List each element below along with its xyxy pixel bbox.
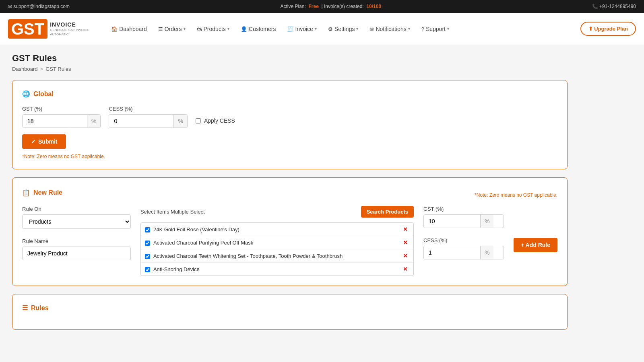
nav-dashboard[interactable]: Dashboard	[106, 23, 152, 35]
product-name-4: Anti-Snoring Device	[153, 266, 200, 272]
gst-input[interactable]	[23, 115, 87, 128]
rule-name-subgroup: Rule Name	[22, 238, 131, 260]
cess-input[interactable]	[109, 115, 173, 128]
new-rule-header: New Rule *Note: Zero means no GST applic…	[22, 187, 557, 198]
apply-cess-checkbox[interactable]	[196, 118, 201, 123]
product-item-4: Anti-Snoring Device ✕	[141, 263, 413, 276]
select-items-group: Select Items Multiple Select Search Prod…	[140, 206, 414, 276]
rule-name-input[interactable]	[22, 247, 131, 260]
rule-on-label: Rule On	[22, 206, 131, 212]
upgrade-plan-button[interactable]: ⬆ Upgrade Plan	[580, 22, 636, 36]
new-rule-cess-percent-icon: %	[480, 246, 493, 259]
rules-card-title: Rules	[22, 304, 557, 312]
phone-number: +91-1244895490	[592, 4, 636, 9]
new-rule-cess-label: CESS (%)	[423, 237, 447, 243]
remove-product-3[interactable]: ✕	[401, 253, 409, 259]
nav-notifications[interactable]: Notifications ▾	[365, 23, 415, 35]
gst-input-wrapper: %	[22, 114, 101, 128]
submit-button[interactable]: ✓ Submit	[22, 134, 66, 149]
rule-on-select[interactable]: Products Customers Category	[22, 214, 131, 229]
rule-name-label: Rule Name	[22, 238, 48, 244]
nav-customers[interactable]: Customers	[236, 23, 281, 35]
support-icon	[421, 26, 424, 32]
top-bar: support@indiagstapp.com Active Plan: Fre…	[0, 0, 644, 13]
notifications-chevron: ▾	[408, 27, 410, 31]
breadcrumb: Dashboard > GST Rules	[12, 66, 568, 72]
rules-icon	[22, 304, 28, 312]
customers-icon	[241, 26, 247, 32]
nav-settings[interactable]: Settings ▾	[323, 23, 363, 35]
apply-cess-row: Apply CESS	[196, 117, 235, 128]
nav-support[interactable]: Support ▾	[417, 23, 454, 35]
search-products-button[interactable]: Search Products	[361, 206, 414, 218]
upgrade-icon: ⬆	[588, 26, 593, 32]
invoice-chevron: ▾	[315, 27, 317, 31]
new-rule-gst-input[interactable]	[424, 215, 480, 228]
products-chevron: ▾	[227, 27, 229, 31]
nav-products[interactable]: Products ▾	[192, 23, 234, 35]
product-name-2: Activated Charcoal Purifying Peel Off Ma…	[153, 240, 253, 246]
breadcrumb-separator: >	[40, 66, 43, 72]
product-checkbox-1[interactable]	[145, 227, 150, 232]
rules-card: Rules	[12, 294, 568, 330]
plan-info: Active Plan: Free | Invoice(s) created: …	[280, 4, 381, 9]
cess-input-wrapper: %	[109, 114, 187, 128]
remove-product-4[interactable]: ✕	[401, 266, 409, 272]
rule-on-group: Rule On Products Customers Category Rule…	[22, 206, 131, 260]
mail-icon	[8, 4, 12, 9]
new-rule-cess-input[interactable]	[424, 246, 480, 259]
gst-percent-icon: %	[87, 115, 100, 128]
notifications-icon	[369, 26, 374, 32]
new-rule-gst-label: GST (%)	[423, 206, 504, 212]
home-icon	[111, 26, 118, 32]
global-form-row: GST (%) % CESS (%) % Apply CESS	[22, 106, 557, 128]
product-item-2: Activated Charcoal Purifying Peel Off Ma…	[141, 236, 413, 249]
product-checkbox-3[interactable]	[145, 254, 150, 259]
product-checkbox-2[interactable]	[145, 241, 150, 246]
nav-invoice[interactable]: Invoice ▾	[282, 23, 321, 35]
logo-invoice-label: INVOICE	[50, 21, 90, 28]
cess-label: CESS (%)	[109, 106, 187, 112]
logo-tagline: GENERATE GST INVOICE AUTOMATIC	[50, 28, 90, 37]
select-items-label: Select Items Multiple Select	[140, 209, 205, 215]
product-item-1: 24K Gold Foil Rose (Valentine's Day) ✕	[141, 223, 413, 236]
new-rule-gst-cess-group: GST (%) % CESS (%) %	[423, 206, 504, 259]
add-rule-button[interactable]: + Add Rule	[514, 238, 557, 252]
product-list: 24K Gold Foil Rose (Valentine's Day) ✕ A…	[141, 223, 413, 276]
orders-icon	[158, 26, 163, 32]
global-icon	[22, 90, 30, 98]
logo-gst: GST	[11, 20, 44, 38]
check-icon: ✓	[31, 138, 36, 145]
new-rule-cess-subgroup: CESS (%) %	[423, 237, 504, 259]
settings-icon	[328, 26, 333, 32]
breadcrumb-home[interactable]: Dashboard	[12, 66, 38, 72]
global-card: Global GST (%) % CESS (%) % Apply CESS	[12, 80, 568, 169]
orders-chevron: ▾	[184, 27, 186, 31]
apply-cess-label[interactable]: Apply CESS	[204, 117, 235, 124]
new-rule-title: New Rule	[22, 189, 62, 197]
breadcrumb-current: GST Rules	[45, 66, 71, 72]
cess-group: CESS (%) %	[109, 106, 187, 128]
remove-product-2[interactable]: ✕	[401, 239, 409, 246]
global-note: *Note: Zero means no GST applicable.	[22, 154, 557, 159]
new-rule-cess-wrapper: %	[423, 246, 504, 259]
support-email: support@indiagstapp.com	[8, 4, 70, 9]
remove-product-1[interactable]: ✕	[401, 226, 409, 232]
page-content: GST Rules Dashboard > GST Rules Global G…	[0, 45, 580, 338]
product-item-3: Activated Charcoal Teeth Whitening Set -…	[141, 249, 413, 263]
logo[interactable]: GST INVOICE GENERATE GST INVOICE AUTOMAT…	[8, 19, 90, 39]
product-name-1: 24K Gold Foil Rose (Valentine's Day)	[153, 226, 239, 232]
product-checkbox-4[interactable]	[145, 267, 150, 272]
nav-links: Dashboard Orders ▾ Products ▾ Customers …	[106, 23, 580, 35]
product-list-container: 24K Gold Foil Rose (Valentine's Day) ✕ A…	[140, 222, 414, 276]
select-items-header: Select Items Multiple Select Search Prod…	[140, 206, 414, 218]
nav-orders[interactable]: Orders ▾	[153, 23, 190, 35]
products-icon	[197, 26, 202, 32]
phone-icon	[592, 4, 598, 9]
new-rule-form: Rule On Products Customers Category Rule…	[22, 206, 557, 276]
gst-label: GST (%)	[22, 106, 101, 112]
page-title: GST Rules	[12, 53, 568, 64]
cess-percent-icon: %	[173, 115, 187, 128]
new-rule-icon	[22, 189, 30, 197]
new-rule-gst-wrapper: %	[423, 214, 504, 228]
